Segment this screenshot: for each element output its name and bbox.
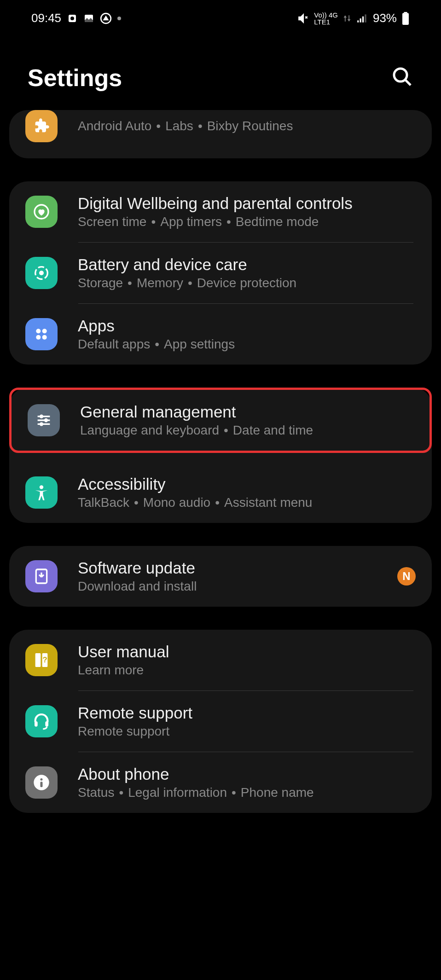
svg-point-21: [40, 415, 43, 418]
item-text: Battery and device careStorage•Memory•De…: [78, 255, 416, 290]
svg-rect-5: [360, 18, 361, 23]
settings-item-software-update[interactable]: Software updateDownload and installN: [9, 546, 432, 607]
item-text: Android Auto•Labs•Bixby Routines: [78, 119, 416, 133]
item-title: Remote support: [78, 704, 416, 722]
svg-line-12: [405, 80, 411, 85]
settings-group: Digital Wellbeing and parental controlsS…: [9, 181, 432, 365]
settings-group: General managementLanguage and keyboard•…: [9, 388, 432, 523]
item-subtitle: Default apps•App settings: [78, 337, 416, 352]
accessibility-icon: [25, 476, 58, 509]
item-text: Digital Wellbeing and parental controlsS…: [78, 194, 416, 229]
highlight-box: General managementLanguage and keyboard•…: [9, 388, 432, 453]
sliders-icon: [28, 404, 60, 436]
item-text: General managementLanguage and keyboard•…: [80, 403, 413, 438]
settings-group: Software updateDownload and installN: [9, 546, 432, 607]
item-subtitle: Download and install: [78, 579, 397, 594]
settings-item-advanced-features[interactable]: Android Auto•Labs•Bixby Routines: [9, 110, 432, 158]
svg-rect-4: [357, 20, 359, 22]
item-title: Apps: [78, 317, 416, 335]
svg-point-18: [36, 335, 41, 340]
item-text: AppsDefault apps•App settings: [78, 317, 416, 352]
item-title: Software update: [78, 559, 397, 577]
item-title: Accessibility: [78, 475, 416, 493]
svg-point-11: [394, 69, 407, 81]
more-notifications-dot: [117, 17, 121, 20]
svg-point-19: [42, 335, 47, 340]
settings-item-accessibility[interactable]: AccessibilityTalkBack•Mono audio•Assista…: [9, 462, 432, 523]
svg-point-26: [40, 485, 43, 489]
battery-text: 93%: [373, 11, 397, 25]
signal-icon: [356, 12, 368, 24]
svg-rect-35: [41, 782, 43, 787]
battery-icon: [401, 12, 410, 25]
app-update-icon: [100, 12, 112, 24]
status-bar: 09:45 Vo)) 4G LTE1 93%: [0, 0, 441, 36]
item-subtitle: TalkBack•Mono audio•Assistant menu: [78, 495, 416, 510]
notification-icon-1: [67, 13, 78, 24]
svg-point-15: [39, 271, 44, 275]
search-icon[interactable]: [391, 66, 413, 90]
status-time: 09:45: [31, 11, 61, 25]
settings-item-apps[interactable]: AppsDefault apps•App settings: [9, 304, 432, 365]
manual-icon: ?: [25, 644, 58, 676]
settings-item-user-manual[interactable]: ?User manualLearn more: [9, 630, 432, 690]
page-title: Settings: [28, 64, 122, 92]
svg-rect-6: [362, 16, 364, 22]
svg-rect-31: [35, 721, 38, 727]
status-right: Vo)) 4G LTE1 93%: [297, 11, 410, 25]
svg-point-25: [40, 422, 43, 426]
item-subtitle: Learn more: [78, 663, 416, 678]
mute-icon: [297, 12, 309, 24]
settings-group: Android Auto•Labs•Bixby Routines: [9, 110, 432, 158]
svg-rect-7: [365, 14, 366, 22]
item-subtitle: Storage•Memory•Device protection: [78, 276, 416, 290]
item-subtitle: Screen time•App timers•Bedtime mode: [78, 215, 416, 229]
svg-point-17: [42, 329, 47, 333]
item-subtitle: Android Auto•Labs•Bixby Routines: [78, 119, 416, 133]
svg-point-34: [41, 778, 43, 781]
svg-rect-8: [404, 12, 407, 13]
svg-rect-32: [45, 721, 48, 727]
svg-point-16: [36, 329, 41, 333]
item-title: Digital Wellbeing and parental controls: [78, 194, 416, 213]
item-title: General management: [80, 403, 413, 421]
info-icon: [25, 766, 58, 799]
settings-item-about-phone[interactable]: About phoneStatus•Legal information•Phon…: [9, 752, 432, 813]
item-text: AccessibilityTalkBack•Mono audio•Assista…: [78, 475, 416, 510]
item-title: About phone: [78, 765, 416, 783]
item-text: User manualLearn more: [78, 643, 416, 678]
heart-circle-icon: [25, 196, 58, 228]
puzzle-icon: [25, 110, 58, 142]
item-subtitle: Remote support: [78, 724, 416, 739]
svg-rect-10: [403, 14, 407, 23]
gallery-icon: [83, 13, 94, 24]
item-subtitle: Language and keyboard•Date and time: [80, 423, 413, 438]
data-arrows-icon: [342, 14, 352, 23]
item-subtitle: Status•Legal information•Phone name: [78, 785, 416, 800]
settings-item-digital-wellbeing[interactable]: Digital Wellbeing and parental controlsS…: [9, 181, 432, 242]
settings-item-battery-care[interactable]: Battery and device careStorage•Memory•De…: [9, 243, 432, 303]
svg-point-1: [70, 17, 74, 20]
svg-rect-28: [35, 653, 41, 667]
item-text: About phoneStatus•Legal information•Phon…: [78, 765, 416, 800]
svg-point-23: [44, 418, 48, 422]
lte-label: Vo)) 4G LTE1: [314, 12, 338, 25]
apps-icon: [25, 318, 58, 350]
settings-group: ?User manualLearn moreRemote supportRemo…: [9, 630, 432, 813]
item-title: User manual: [78, 643, 416, 661]
item-title: Battery and device care: [78, 255, 416, 274]
notification-badge: N: [397, 567, 416, 586]
settings-item-general-management[interactable]: General managementLanguage and keyboard•…: [12, 390, 429, 451]
care-icon: [25, 257, 58, 289]
settings-item-remote-support[interactable]: Remote supportRemote support: [9, 691, 432, 752]
svg-text:?: ?: [42, 655, 47, 664]
status-left: 09:45: [31, 11, 121, 25]
item-text: Software updateDownload and install: [78, 559, 397, 594]
update-icon: [25, 560, 58, 592]
settings-list: Android Auto•Labs•Bixby RoutinesDigital …: [0, 110, 441, 813]
item-text: Remote supportRemote support: [78, 704, 416, 739]
headset-icon: [25, 705, 58, 737]
header: Settings: [0, 36, 441, 110]
